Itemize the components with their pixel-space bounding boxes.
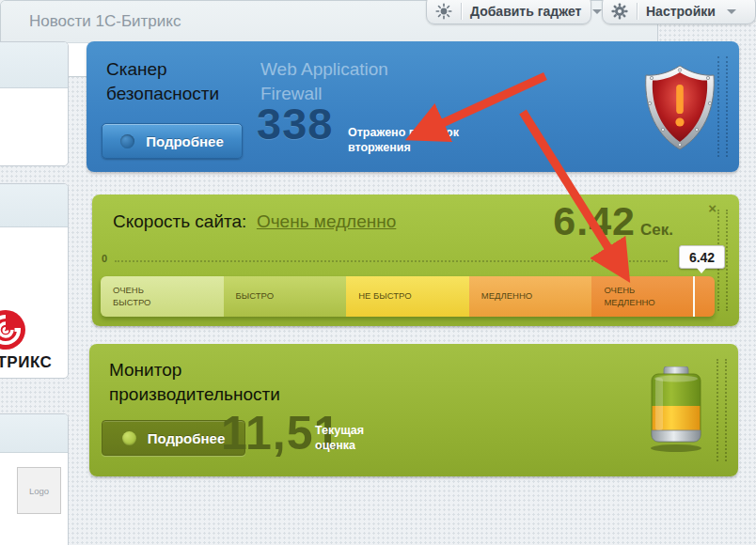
- intrusions-caption: Отражено попыток вторжения: [348, 125, 475, 156]
- speed-value: 6.42: [553, 198, 636, 244]
- news-title: Новости 1С-Битрикс: [29, 12, 181, 31]
- speed-marker-line: [693, 276, 695, 317]
- add-gadget-label: Добавить гаджет: [470, 4, 581, 19]
- intrusions-count: 338: [257, 98, 333, 149]
- security-details-button[interactable]: Подробнее: [102, 123, 243, 159]
- speed-unit: Сек.: [640, 221, 673, 240]
- site-speed-gadget: Скорость сайта: Очень медленно 6.42 Сек.…: [92, 195, 739, 326]
- gadget-drag-handle[interactable]: [717, 359, 727, 461]
- speed-segment-fast: БЫСТРО: [224, 276, 347, 317]
- sidebar-gadget-3: Logo: [0, 413, 69, 545]
- gadget-drag-handle[interactable]: [717, 56, 728, 157]
- speed-segment-not-fast: НЕ БЫСТРО: [346, 276, 469, 317]
- speed-scale-bar: ОЧЕНЬ БЫСТРО БЫСТРО НЕ БЫСТРО МЕДЛЕННО О…: [101, 276, 715, 317]
- performance-score-caption: Текущая оценка: [315, 423, 390, 454]
- chevron-down-icon: [727, 9, 736, 14]
- speed-marker-pointer: [696, 267, 707, 273]
- logo-placeholder: Logo: [17, 467, 61, 514]
- settings-button[interactable]: Настройки: [602, 0, 756, 24]
- sidebar-gadget-1: [0, 41, 69, 166]
- chevron-down-icon: [592, 9, 602, 14]
- button-bullet-icon: [122, 431, 136, 445]
- sidebar-gadget-2-header: [0, 184, 68, 227]
- sidebar-gadget-1-header: [0, 42, 68, 88]
- bitrix-logo-text: БИТРИКС: [0, 353, 52, 372]
- settings-label: Настройки: [646, 4, 716, 19]
- button-divider: [637, 3, 638, 20]
- bitrix-logo-icon: [0, 309, 26, 350]
- speed-value-group: 6.42 Сек.: [553, 198, 673, 244]
- lightbulb-icon: [434, 2, 453, 21]
- performance-monitor-gadget: Монитор производительности Подробнее 11,…: [89, 344, 738, 476]
- speed-status-link[interactable]: Очень медленно: [257, 211, 396, 231]
- button-bullet-icon: [120, 134, 134, 148]
- sidebar-gadget-bitrix: БИТРИКС: [0, 183, 69, 379]
- speed-segment-very-fast: ОЧЕНЬ БЫСТРО: [101, 276, 224, 317]
- performance-monitor-title: Монитор производительности: [109, 358, 335, 406]
- speed-marker-badge: 6.42: [679, 245, 725, 269]
- speed-segment-slow: МЕДЛЕННО: [469, 276, 592, 317]
- sidebar-gadget-3-header: [0, 414, 68, 453]
- ruler-dotted-line: [115, 260, 668, 262]
- ruler-zero-label: 0: [102, 253, 107, 264]
- site-speed-title: Скорость сайта: Очень медленно: [113, 211, 396, 232]
- security-scanner-title: Сканер безопасности: [106, 57, 266, 105]
- close-icon[interactable]: ×: [708, 200, 717, 216]
- button-divider: [461, 3, 462, 20]
- speed-segment-very-slow: ОЧЕНЬ МЕДЛЕННО: [591, 276, 715, 317]
- add-gadget-button[interactable]: Добавить гаджет: [426, 0, 591, 24]
- battery-icon: [649, 366, 705, 453]
- shield-warning-icon: [642, 64, 717, 152]
- gear-icon: [610, 2, 629, 21]
- security-scanner-gadget: Сканер безопасности Web Application Fire…: [87, 41, 739, 172]
